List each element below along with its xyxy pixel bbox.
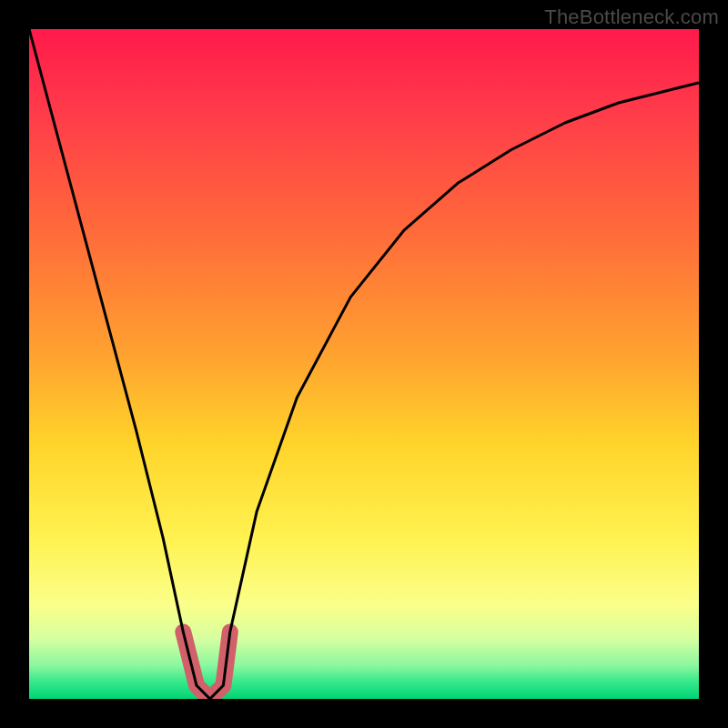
watermark-text: TheBottleneck.com [544, 5, 719, 29]
plot-area [29, 29, 699, 699]
chart-canvas [29, 29, 699, 699]
outer-frame: TheBottleneck.com [0, 0, 728, 728]
bottleneck-curve [29, 29, 699, 699]
